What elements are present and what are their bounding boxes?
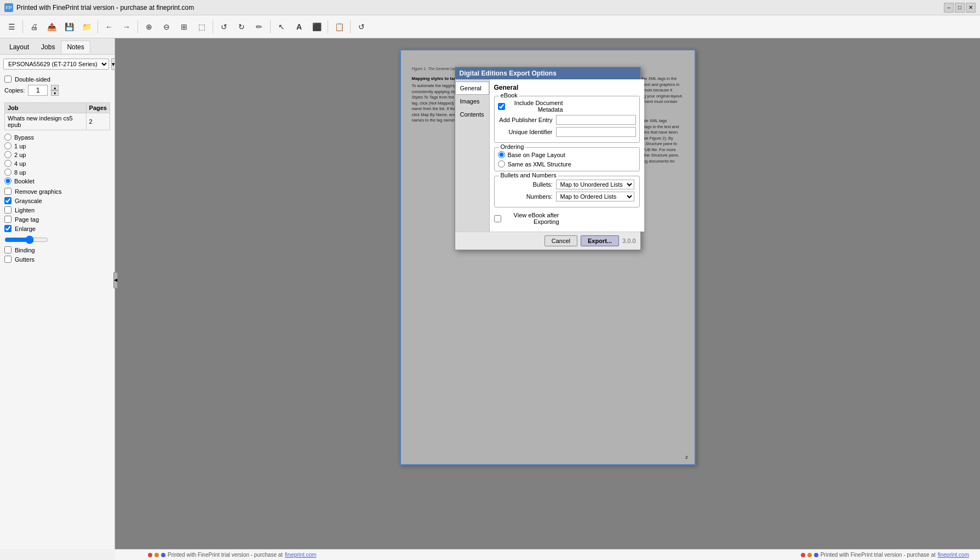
binding-checkbox[interactable] [4,246,12,253]
unique-id-input[interactable] [556,127,636,137]
table-row[interactable]: Whats new indesign cs5 epub 2 [5,113,110,130]
forward-btn[interactable]: → [118,19,135,35]
2up-radio[interactable] [4,151,12,158]
export-button[interactable]: Export... [581,235,619,246]
dialog-sidebar-contents[interactable]: Contents [455,108,489,121]
printer-select[interactable]: EPSONA55629 (ET-2710 Series) [3,59,109,70]
dot-red-left [148,553,152,557]
cursor-btn[interactable]: ↖ [273,19,290,35]
copies-down-btn[interactable]: ▼ [51,90,59,96]
pages-col-header: Pages [86,103,110,113]
dialog-sidebar: General Images Contents [455,79,490,232]
dialog-footer: Cancel Export... 3.0.0 [455,232,640,250]
double-sided-checkbox[interactable] [4,76,12,83]
undo-btn[interactable]: ↺ [216,19,232,35]
dot-blue-left [161,553,165,557]
include-metadata-label: Include Document Metadata [508,100,563,113]
dialog-content-area: General eBook Include Document Metadata … [490,79,644,232]
add-publisher-input[interactable] [556,115,636,125]
same-as-xml-label: Same as XML Structure [508,161,571,168]
footer-watermark: Printed with FinePrint trial version - p… [115,549,980,560]
watermark-left-link[interactable]: fineprint.com [285,552,316,558]
tab-notes[interactable]: Notes [61,41,90,53]
toolbar: ☰ 🖨 📤 💾 📁 ← → ⊕ ⊖ ⊞ ⬚ ↺ ↻ ✏ ↖ A ⬛ 📋 ↺ [0,15,980,38]
dot-blue-right [814,553,818,557]
bullets-select[interactable]: Map to Unordered Lists Map to Ordered Li… [556,180,634,189]
menu-btn[interactable]: ☰ [3,19,20,35]
job-pages: 2 [86,113,110,130]
dot-orange-left [154,553,159,557]
8up-label: 8 up [14,169,26,176]
refresh-btn[interactable]: ↺ [353,19,370,35]
dialog-sidebar-images[interactable]: Images [455,95,489,108]
numbers-select[interactable]: Map to Unordered Lists Map to Ordered Li… [556,192,634,201]
1up-label: 1 up [14,143,26,149]
remove-graphics-checkbox[interactable] [4,188,12,195]
panel-collapse-handle[interactable]: ◀ [113,272,118,288]
stamp-btn[interactable]: 📋 [331,19,347,35]
bypass-radio[interactable] [4,134,12,141]
minimize-button[interactable]: – [944,3,954,13]
printer-row: EPSONA55629 (ET-2710 Series) ▾ [0,55,114,73]
4up-radio[interactable] [4,160,12,167]
job-col-header: Job [5,103,87,113]
open-folder-btn[interactable]: 📁 [78,19,95,35]
add-page-btn[interactable]: ⊕ [141,19,157,35]
redo-btn[interactable]: ↻ [233,19,250,35]
copies-input[interactable] [28,85,48,96]
unique-id-label: Unique Identifier [498,129,553,135]
print-btn[interactable]: 🖨 [26,19,42,35]
gutters-checkbox[interactable] [4,256,12,263]
cancel-button[interactable]: Cancel [545,235,577,246]
view-ebook-checkbox[interactable] [494,215,501,222]
frame-btn[interactable]: ⬚ [193,19,210,35]
window-title: Printed with FinePrint trial version - p… [16,4,194,11]
booklet-radio[interactable] [4,177,12,184]
ordering-group: Ordering Base on Page Layout Same as XML… [494,147,640,171]
watermark-right-link[interactable]: fineprint.com [938,552,969,558]
double-sided-label: Double-sided [15,76,50,83]
bypass-label: Bypass [14,134,34,141]
back-btn[interactable]: ← [101,19,117,35]
page-tag-checkbox[interactable] [4,216,12,223]
close-button[interactable]: ✕ [966,3,976,13]
options-area: Double-sided Copies: ▲ ▼ Job Pages Whats… [0,73,114,265]
tab-jobs[interactable]: Jobs [35,41,61,53]
eraser-btn[interactable]: ✏ [251,19,267,35]
dot-red-right [801,553,805,557]
numbers-label: Numbers: [498,193,553,200]
1up-radio[interactable] [4,142,12,149]
tab-layout[interactable]: Layout [3,41,35,53]
watermark-left: Printed with FinePrint trial version - p… [115,552,559,558]
remove-graphics-label: Remove graphics [15,188,62,195]
select-btn[interactable]: ⬛ [308,19,325,35]
booklet-label: Booklet [14,178,35,184]
include-metadata-checkbox[interactable] [498,103,505,110]
send-btn[interactable]: 📤 [43,19,60,35]
dialog-version: 3.0.0 [622,238,635,244]
document-page: Digital Editions Export Options General … [400,49,696,465]
bullets-numbers-label: Bullets and Numbers [499,172,558,178]
dot-orange-right [807,553,812,557]
dialog-sidebar-general[interactable]: General [455,82,489,95]
dialog-body: General Images Contents General eBook In… [455,79,640,232]
add-publisher-label: Add Publisher Entry [498,117,553,123]
job-table: Job Pages Whats new indesign cs5 epub 2 [4,102,110,130]
watermark-right: Printed with FinePrint trial version - p… [559,552,981,558]
enlarge-slider[interactable] [4,235,48,244]
8up-radio[interactable] [4,169,12,176]
text-btn[interactable]: A [291,19,307,35]
grid-btn[interactable]: ⊞ [176,19,192,35]
enlarge-checkbox[interactable] [4,225,12,232]
remove-page-btn[interactable]: ⊖ [158,19,175,35]
ebook-group-label: eBook [499,92,519,99]
base-on-page-radio[interactable] [498,151,505,158]
same-as-xml-radio[interactable] [498,160,505,168]
save-btn[interactable]: 💾 [61,19,77,35]
grayscale-checkbox[interactable] [4,197,12,204]
bullets-numbers-group: Bullets and Numbers Bullets: Map to Unor… [494,176,640,207]
copies-up-btn[interactable]: ▲ [51,85,59,90]
lighten-checkbox[interactable] [4,206,12,213]
dialog-overlay: Digital Editions Export Options General … [401,50,695,464]
maximize-button[interactable]: □ [955,3,965,13]
